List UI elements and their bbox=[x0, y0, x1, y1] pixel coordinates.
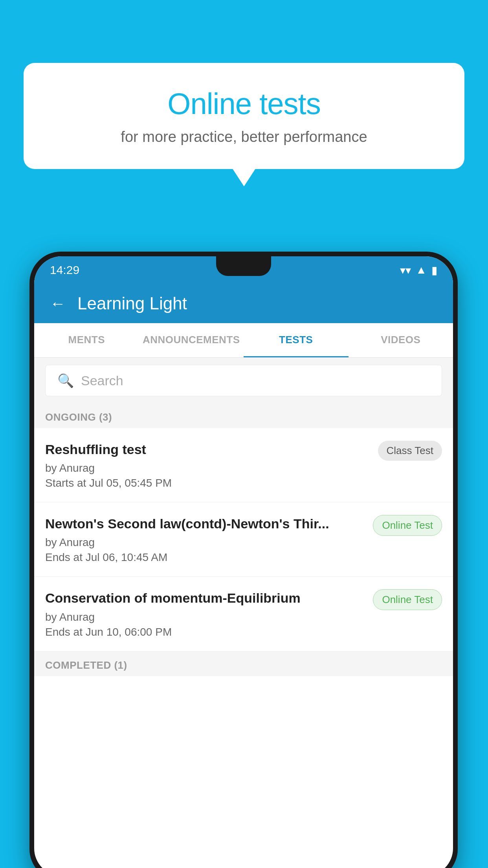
test-time-3: Ends at Jun 10, 06:00 PM bbox=[45, 626, 365, 638]
tab-announcements[interactable]: ANNOUNCEMENTS bbox=[139, 323, 244, 357]
test-item[interactable]: Conservation of momentum-Equilibrium by … bbox=[34, 577, 453, 651]
completed-section-header: COMPLETED (1) bbox=[34, 651, 453, 676]
back-button[interactable]: ← bbox=[50, 295, 66, 313]
search-placeholder: Search bbox=[81, 373, 123, 388]
tab-videos[interactable]: VIDEOS bbox=[349, 323, 453, 357]
speech-bubble: Online tests for more practice, better p… bbox=[24, 63, 464, 169]
phone-frame: 14:29 ▾▾ ▲ ▮ ← Learning Light MENTS ANNO… bbox=[29, 252, 458, 868]
search-bar[interactable]: 🔍 Search bbox=[45, 365, 442, 396]
test-title-2: Newton's Second law(contd)-Newton's Thir… bbox=[45, 515, 365, 532]
test-title-3: Conservation of momentum-Equilibrium bbox=[45, 589, 365, 607]
test-badge-3: Online Test bbox=[373, 589, 442, 610]
test-time-1: Starts at Jul 05, 05:45 PM bbox=[45, 477, 370, 489]
status-icons: ▾▾ ▲ ▮ bbox=[400, 264, 437, 277]
test-title-1: Reshuffling test bbox=[45, 441, 370, 458]
test-item[interactable]: Newton's Second law(contd)-Newton's Thir… bbox=[34, 502, 453, 577]
bubble-title: Online tests bbox=[55, 86, 433, 121]
battery-icon: ▮ bbox=[431, 264, 437, 277]
notch bbox=[216, 256, 271, 276]
test-badge-2: Online Test bbox=[373, 515, 442, 536]
app-header: ← Learning Light bbox=[34, 284, 453, 323]
status-time: 14:29 bbox=[50, 263, 79, 277]
tabs-bar: MENTS ANNOUNCEMENTS TESTS VIDEOS bbox=[34, 323, 453, 358]
tab-tests[interactable]: TESTS bbox=[244, 323, 349, 357]
search-icon: 🔍 bbox=[57, 373, 74, 388]
phone-screen: 14:29 ▾▾ ▲ ▮ ← Learning Light MENTS ANNO… bbox=[34, 256, 453, 868]
signal-icon: ▲ bbox=[416, 264, 427, 276]
app-title: Learning Light bbox=[77, 294, 187, 313]
search-container: 🔍 Search bbox=[34, 358, 453, 403]
tab-ments[interactable]: MENTS bbox=[34, 323, 139, 357]
test-info-2: Newton's Second law(contd)-Newton's Thir… bbox=[45, 515, 373, 564]
test-time-2: Ends at Jul 06, 10:45 AM bbox=[45, 551, 365, 564]
status-bar: 14:29 ▾▾ ▲ ▮ bbox=[34, 256, 453, 284]
test-badge-1: Class Test bbox=[378, 441, 442, 461]
test-author-2: by Anurag bbox=[45, 536, 365, 549]
ongoing-section-header: ONGOING (3) bbox=[34, 403, 453, 428]
wifi-icon: ▾▾ bbox=[400, 264, 411, 277]
test-info-3: Conservation of momentum-Equilibrium by … bbox=[45, 589, 373, 638]
test-author-1: by Anurag bbox=[45, 462, 370, 474]
test-author-3: by Anurag bbox=[45, 611, 365, 623]
test-item[interactable]: Reshuffling test by Anurag Starts at Jul… bbox=[34, 428, 453, 502]
test-list: Reshuffling test by Anurag Starts at Jul… bbox=[34, 428, 453, 651]
test-info-1: Reshuffling test by Anurag Starts at Jul… bbox=[45, 441, 378, 489]
bubble-subtitle: for more practice, better performance bbox=[55, 129, 433, 145]
promo-bubble-area: Online tests for more practice, better p… bbox=[24, 63, 464, 169]
